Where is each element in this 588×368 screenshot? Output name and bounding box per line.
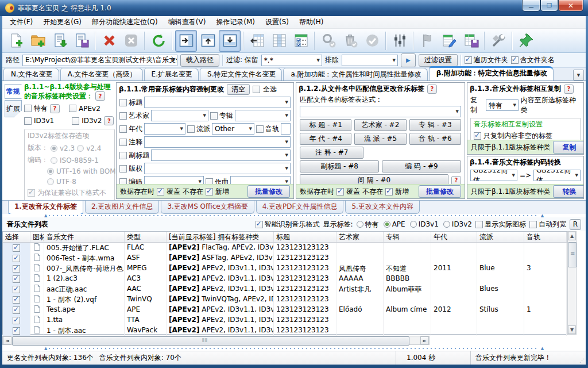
row-select-checkbox[interactable] (13, 275, 20, 283)
table-insert-button[interactable] (246, 30, 268, 52)
show-tag-APE-radio[interactable] (384, 221, 390, 228)
table-row[interactable]: 1.ttaTTA[APEv2] APEv2, ID3v1.1, ID3v2.31… (3, 315, 577, 325)
row-select-checkbox[interactable] (13, 296, 20, 304)
resize-grip-icon[interactable]: ⋰ (579, 358, 585, 363)
close-button[interactable] (558, 0, 583, 12)
side-tab-general[interactable]: 常规 (5, 84, 22, 99)
select-all-checkbox[interactable] (253, 86, 260, 93)
sub-tab-1[interactable]: 2.更改图片文件信息 (85, 201, 159, 214)
panel-bottom-button[interactable] (219, 30, 241, 52)
menu-item-1[interactable]: 开始更名(G) (38, 16, 87, 29)
sub-tab-2[interactable]: 3.更改MS Office文档摘要 (161, 201, 254, 214)
scroll-down-button[interactable]: ▼ (568, 325, 576, 334)
b11-艺术家-combo[interactable] (151, 110, 208, 121)
table-row[interactable]: 1 - 副本.aacWavPack[APEv2] APEv2, ID3v1.1,… (3, 325, 577, 336)
tag-apev2-checkbox[interactable] (69, 105, 76, 112)
help-icon[interactable] (104, 116, 114, 125)
b11-专辑-checkbox[interactable] (210, 112, 218, 120)
row-select-checkbox[interactable] (13, 317, 20, 324)
b11-版权-combo[interactable] (144, 163, 291, 174)
horizontal-scroll-thumb[interactable] (12, 336, 409, 346)
row-select-checkbox[interactable] (13, 244, 20, 252)
b11-标题-checkbox[interactable] (119, 99, 127, 106)
flag-button[interactable] (416, 30, 438, 52)
table-row[interactable]: 006-Test - 副本.wmaASF[APEv2] ASFTag, APEv… (3, 253, 577, 263)
show-tag-ID3v1-radio[interactable] (410, 221, 417, 228)
encoding-utf8-radio[interactable] (47, 178, 54, 185)
match-token-button[interactable]: 年 代 - #4 (300, 133, 351, 145)
auto-column-width-checkbox[interactable] (529, 221, 537, 228)
row-select-checkbox[interactable] (13, 306, 20, 314)
table-row[interactable]: Test.apeAPE[APEv2] APEv2, ID3v1.1, ID3v2… (3, 305, 577, 315)
main-tab-2[interactable]: E.扩展名变更 (144, 68, 199, 80)
import-list-button[interactable] (49, 30, 71, 52)
compat-checkbox[interactable] (28, 189, 35, 197)
b11-batch-apply-button[interactable]: 批量修改 (247, 185, 290, 198)
version-v24-radio[interactable] (77, 145, 84, 152)
help-icon[interactable] (564, 85, 574, 94)
column-header-5[interactable]: 标题 (274, 232, 336, 242)
encoding-utf16-radio[interactable] (47, 168, 54, 175)
help-icon[interactable] (50, 104, 60, 113)
column-header-10[interactable]: 音轨 (524, 232, 567, 242)
b11-注释-checkbox[interactable] (119, 139, 127, 146)
b11-艺术家-checkbox[interactable] (119, 112, 127, 120)
exclude-combo[interactable] (342, 55, 398, 66)
column-header-6[interactable]: 艺术家 (336, 232, 384, 242)
column-header-1[interactable]: 图标 (30, 232, 44, 242)
scroll-up-button[interactable]: ▲ (568, 232, 576, 240)
table-row[interactable]: 1 (2).ac3AC3[APEv2] APEv2, ID3v1.1, ID3v… (3, 274, 577, 284)
match-token-button[interactable]: 音 轨 - #6 (409, 133, 461, 145)
menu-item-6[interactable]: 帮助(H) (294, 16, 328, 29)
row-select-checkbox[interactable] (13, 265, 20, 273)
side-tab-extend[interactable]: 扩展 (5, 100, 22, 117)
b11-副标题-combo[interactable] (151, 150, 291, 161)
b11-副标题-checkbox[interactable] (119, 152, 127, 159)
clear-button[interactable]: 清空 (227, 84, 250, 95)
b11-流派-checkbox[interactable] (187, 125, 195, 133)
column-header-9[interactable]: 流派 (477, 232, 524, 242)
tag-teyou-checkbox[interactable] (24, 105, 32, 112)
sliders-button[interactable] (389, 30, 411, 52)
tag-id3v2-checkbox[interactable] (72, 117, 79, 125)
add-folder-button[interactable] (27, 30, 49, 52)
match-token-button[interactable]: 专 辑 - #3 (409, 119, 461, 131)
main-tab-4[interactable]: a.附加功能：文件属性和时间属性批量修改 (283, 68, 427, 80)
encode-to-combo[interactable]: GB2312简体 (533, 170, 581, 181)
match-token-button[interactable]: 标 题 - #1 (300, 119, 351, 131)
column-header-7[interactable]: 专辑 (384, 232, 431, 242)
refresh-list-button[interactable]: R (570, 219, 581, 230)
match-token-button[interactable]: 副标题 - #8 (300, 160, 379, 172)
help-icon[interactable] (427, 85, 437, 94)
panel-top-button[interactable] (197, 30, 219, 52)
filter-settings-button[interactable]: 过滤设置 (419, 54, 458, 67)
table-row[interactable]: 007-_凤凰传奇-荷塘月色....MPEG[APEv2] APEv2, ID3… (3, 263, 577, 274)
sub-tab-3[interactable]: 4.更改PDF文件属性信息 (256, 201, 344, 214)
match-token-button[interactable]: 艺术家 - #2 (354, 119, 406, 131)
show-tag-特有-radio[interactable] (357, 221, 363, 228)
show-tag-ID3v2-radio[interactable] (443, 221, 450, 228)
match-token-button[interactable]: 流 派 - #5 (354, 133, 406, 145)
vertical-scrollbar[interactable]: ▲ ▼ (567, 231, 577, 335)
tools-button[interactable] (488, 30, 509, 52)
main-tab-3[interactable]: S.特定文件文件名变更 (200, 68, 282, 80)
main-tab-1[interactable]: A.文件名变更（高级） (60, 68, 143, 80)
maximize-button[interactable] (540, 0, 558, 12)
b11-标题-combo[interactable] (144, 97, 291, 108)
traverse-folders-checkbox[interactable] (465, 56, 472, 64)
vertical-scroll-thumb[interactable] (568, 242, 577, 267)
overwrite-checkbox[interactable] (336, 188, 344, 195)
row-select-checkbox[interactable] (13, 286, 20, 293)
refresh-button[interactable] (148, 30, 169, 52)
apply-filter-button[interactable]: ▶ (401, 53, 416, 67)
include-folder-name-checkbox[interactable] (511, 56, 519, 64)
table-row[interactable]: aac正确.aacAAC[APEv2] APEv2, ID3v1.1, ID3v… (3, 284, 577, 294)
tag-id3v1-checkbox[interactable] (24, 117, 32, 125)
table-save-button[interactable] (460, 30, 482, 52)
filter-combo[interactable]: *.* (261, 55, 322, 66)
check-circle-button[interactable] (361, 30, 383, 52)
convert-button[interactable]: 转换 (553, 185, 584, 198)
search-check-button[interactable] (318, 30, 339, 52)
remove-disabled-button[interactable] (120, 30, 142, 52)
column-header-4[interactable]: [当前显示标签] 拥有标签种类 (167, 232, 274, 242)
